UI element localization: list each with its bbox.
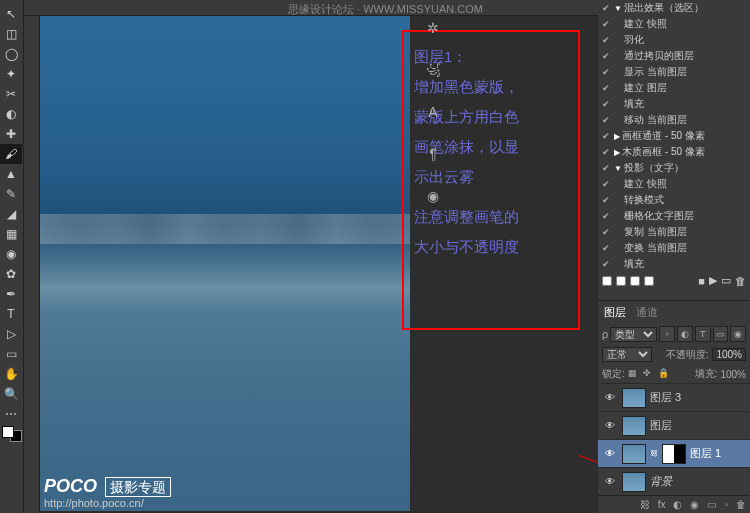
blend-mode-select[interactable]: 正常 [602,347,652,362]
trash-icon[interactable]: 🗑 [736,499,746,510]
mask-icon[interactable]: ◐ [673,499,682,510]
color-swatch[interactable] [2,426,22,442]
layers-list: 👁 图层 3 👁 图层 👁 ⛓ 图层 1 👁 [598,383,750,495]
top-watermark: 思缘设计论坛 · WWW.MISSYUAN.COM [288,2,483,17]
more-tool[interactable]: ⋯ [0,404,22,424]
shape-tool[interactable]: ▭ [0,344,22,364]
action-group[interactable]: ✔▼投影（文字） [598,160,750,176]
action-item[interactable]: ✔建立 快照 [598,16,750,32]
pen-tool[interactable]: ✒ [0,284,22,304]
trash-icon[interactable]: 🗑 [735,275,746,287]
link-layers-icon[interactable]: ⛓ [640,499,650,510]
character-icon[interactable]: A [422,104,444,126]
action-item[interactable]: ✔复制 当前图层 [598,224,750,240]
action-item[interactable]: ✔通过拷贝的图层 [598,48,750,64]
filter-kind-select[interactable]: 类型 [610,327,657,342]
zoom-tool[interactable]: 🔍 [0,384,22,404]
hand-tool[interactable]: ✋ [0,364,22,384]
action-group[interactable]: ✔▶画框通道 - 50 像素 [598,128,750,144]
action-item[interactable]: ✔建立 图层 [598,80,750,96]
eraser-tool[interactable]: ◢ [0,204,22,224]
paragraph-icon[interactable]: ¶ [422,146,444,168]
tab-channels[interactable]: 通道 [636,305,658,320]
path-tool[interactable]: ▷ [0,324,22,344]
action-chk[interactable] [602,276,612,286]
filter-icon[interactable]: ◉ [730,326,746,342]
watermark-url: http://photo.poco.cn/ [44,497,171,509]
lasso-tool[interactable]: ◯ [0,44,22,64]
compass-icon[interactable]: ✲ [422,20,444,42]
fill-value[interactable]: 100% [720,369,746,380]
visibility-icon[interactable]: 👁 [602,392,618,403]
lock-pixels-icon[interactable]: ▦ [628,368,640,380]
history-brush-tool[interactable]: ✎ [0,184,22,204]
action-chk[interactable] [644,276,654,286]
action-item[interactable]: ✔羽化 [598,32,750,48]
dodge-tool[interactable]: ✿ [0,264,22,284]
new-layer-icon[interactable]: ▫ [724,499,728,510]
action-item[interactable]: ✔建立 快照 [598,176,750,192]
visibility-icon[interactable]: 👁 [602,420,618,431]
action-item[interactable]: ✔栅格化文字图层 [598,208,750,224]
opacity-value[interactable]: 100% [712,348,746,361]
action-checkbox-row: ■ ▶ ▭ 🗑 [598,272,750,289]
annotation-pointer [579,455,598,483]
move-tool[interactable]: ↖ [0,4,22,24]
layer-row[interactable]: 👁 图层 [598,411,750,439]
stamp-tool[interactable]: ▲ [0,164,22,184]
layer-thumb[interactable] [622,388,646,408]
filter-icon[interactable]: T [695,326,711,342]
lock-label: 锁定: [602,367,625,381]
play-icon[interactable]: ▶ [709,274,717,287]
folder-icon[interactable]: ▭ [721,274,731,287]
filter-icon[interactable]: ▭ [713,326,729,342]
action-chk[interactable] [616,276,626,286]
group-icon[interactable]: ▭ [707,499,716,510]
action-item[interactable]: ✔变换 当前图层 [598,240,750,256]
side-panel-icons: ✲ ꧁ A ¶ ◉ [422,20,446,210]
blur-tool[interactable]: ◉ [0,244,22,264]
crop-tool[interactable]: ✂ [0,84,22,104]
adjustment-icon[interactable]: ◉ [690,499,699,510]
layer-thumb[interactable] [622,472,646,492]
layer-row[interactable]: 👁 ⛓ 图层 1 [598,439,750,467]
visibility-icon[interactable]: 👁 [602,476,618,487]
layer-thumb[interactable] [622,444,646,464]
lock-position-icon[interactable]: ✜ [643,368,655,380]
watermark-subtitle: 摄影专题 [105,477,171,497]
eyedrop-tool[interactable]: ◐ [0,104,22,124]
filter-icon[interactable]: ◐ [677,326,693,342]
brush-panel-icon[interactable]: ꧁ [422,62,444,84]
layer-mask-thumb[interactable] [662,444,686,464]
action-item[interactable]: ✔移动 当前图层 [598,112,750,128]
cc-icon[interactable]: ◉ [422,188,444,210]
link-icon[interactable]: ⛓ [650,449,658,458]
marquee-tool[interactable]: ◫ [0,24,22,44]
document-canvas[interactable] [40,16,410,511]
action-item[interactable]: ✔转换模式 [598,192,750,208]
anno-line: 大小与不透明度 [414,232,568,262]
lock-all-icon[interactable]: 🔒 [658,368,670,380]
layer-row[interactable]: 👁 图层 3 [598,383,750,411]
action-item[interactable]: ✔填充 [598,96,750,112]
type-tool[interactable]: T [0,304,22,324]
actions-panel: ✔▼混出效果（选区） ✔建立 快照 ✔羽化 ✔通过拷贝的图层 ✔显示 当前图层 … [598,0,750,300]
brush-tool[interactable]: 🖌 [0,144,22,164]
fx-icon[interactable]: fx [658,499,666,510]
filter-icon[interactable]: ▫ [659,326,675,342]
action-item[interactable]: ✔填充 [598,256,750,272]
heal-tool[interactable]: ✚ [0,124,22,144]
canvas-area: POCO 摄影专题 http://photo.poco.cn/ 图层1： 增加黑… [24,0,598,513]
layer-thumb[interactable] [622,416,646,436]
visibility-icon[interactable]: 👁 [602,448,618,459]
watermark-logo: POCO [44,476,97,496]
tab-layers[interactable]: 图层 [604,305,626,320]
wand-tool[interactable]: ✦ [0,64,22,84]
action-item[interactable]: ✔显示 当前图层 [598,64,750,80]
gradient-tool[interactable]: ▦ [0,224,22,244]
layer-row[interactable]: 👁 背景 [598,467,750,495]
action-group[interactable]: ✔▼混出效果（选区） [598,0,750,16]
action-chk[interactable] [630,276,640,286]
stop-icon[interactable]: ■ [698,275,705,287]
action-group[interactable]: ✔▶木质画框 - 50 像素 [598,144,750,160]
